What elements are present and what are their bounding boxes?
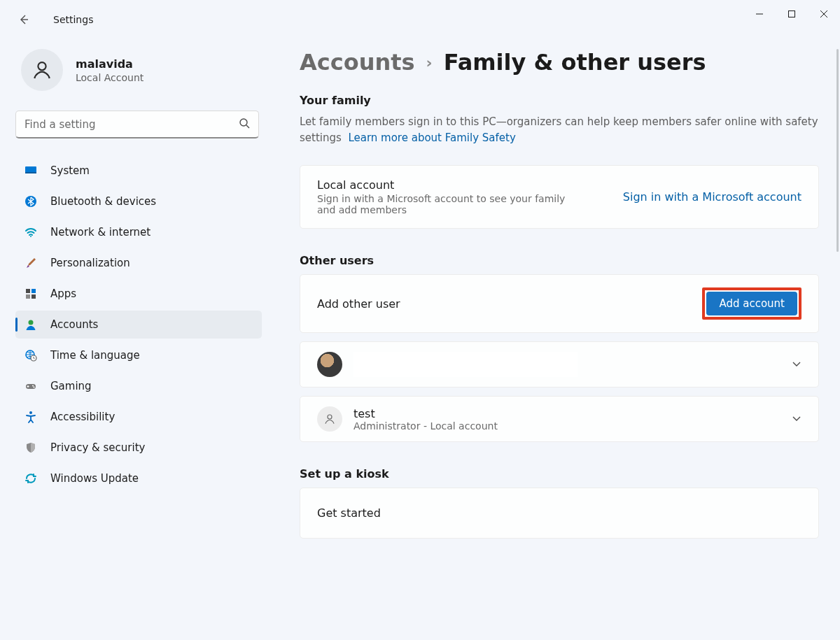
user-subtitle: Administrator - Local account — [354, 420, 498, 432]
avatar-icon — [21, 49, 63, 91]
local-account-card: Local account Sign in with a Microsoft a… — [300, 165, 819, 229]
nav-personalization[interactable]: Personalization — [15, 249, 262, 277]
local-account-subtitle: Sign in with a Microsoft account to see … — [317, 193, 583, 215]
nav-label: Personalization — [50, 257, 130, 269]
app-title: Settings — [53, 14, 93, 25]
globe-clock-icon — [24, 348, 38, 362]
nav-label: Apps — [50, 287, 76, 300]
shield-icon — [24, 441, 38, 455]
svg-point-23 — [328, 415, 332, 419]
user-name-redacted — [354, 352, 578, 377]
svg-point-5 — [38, 62, 46, 70]
accessibility-icon — [24, 410, 38, 424]
window-controls — [743, 0, 840, 28]
svg-point-20 — [32, 385, 34, 387]
search-container — [15, 111, 262, 138]
kiosk-heading: Set up a kiosk — [300, 467, 819, 481]
profile-name: malavida — [76, 57, 144, 71]
nav-label: Gaming — [50, 380, 92, 392]
user-name: test — [354, 407, 498, 420]
other-user-row[interactable]: test Administrator - Local account — [300, 396, 819, 442]
svg-point-6 — [240, 119, 247, 126]
nav-update[interactable]: Windows Update — [15, 464, 262, 492]
sidebar: malavida Local Account System Bluetooth … — [15, 49, 262, 492]
main-content: Accounts › Family & other users Your fam… — [300, 49, 819, 640]
nav-privacy[interactable]: Privacy & security — [15, 434, 262, 462]
add-other-user-label: Add other user — [317, 297, 400, 311]
nav-label: System — [50, 164, 90, 177]
svg-point-11 — [30, 236, 31, 237]
brush-icon — [24, 256, 38, 270]
search-box[interactable] — [15, 111, 259, 138]
chevron-down-icon — [792, 358, 802, 371]
user-avatar-icon — [317, 406, 342, 432]
minimize-button[interactable] — [743, 0, 776, 28]
profile-block[interactable]: malavida Local Account — [15, 49, 262, 91]
nav-label: Time & language — [50, 349, 140, 362]
nav-system[interactable]: System — [15, 157, 262, 185]
nav-label: Network & internet — [50, 226, 150, 239]
gamepad-icon — [24, 379, 38, 393]
svg-point-21 — [34, 387, 35, 388]
nav-time[interactable]: Time & language — [15, 341, 262, 369]
nav-label: Accessibility — [50, 411, 115, 423]
kiosk-action: Get started — [317, 506, 381, 520]
chevron-right-icon: › — [426, 54, 433, 71]
wifi-icon — [24, 225, 38, 239]
apps-icon — [24, 287, 38, 301]
close-button[interactable] — [808, 0, 840, 28]
chevron-down-icon — [792, 413, 802, 426]
nav-label: Accounts — [50, 318, 98, 331]
breadcrumb-current: Family & other users — [444, 49, 706, 76]
scrollbar-thumb[interactable] — [836, 49, 839, 252]
svg-rect-15 — [31, 294, 36, 299]
update-icon — [24, 471, 38, 485]
svg-rect-9 — [25, 172, 36, 173]
svg-rect-13 — [31, 289, 36, 293]
nav-list: System Bluetooth & devices Network & int… — [15, 157, 262, 492]
add-account-highlight: Add account — [702, 287, 802, 320]
other-user-row[interactable] — [300, 341, 819, 387]
sign-in-ms-link[interactable]: Sign in with a Microsoft account — [623, 190, 802, 204]
svg-line-7 — [246, 125, 249, 128]
nav-network[interactable]: Network & internet — [15, 218, 262, 246]
search-input[interactable] — [24, 118, 239, 131]
top-bar: Settings — [0, 0, 93, 39]
family-learn-link[interactable]: Learn more about Family Safety — [348, 131, 515, 144]
person-icon — [24, 318, 38, 332]
svg-point-22 — [29, 411, 32, 414]
family-description: Let family members sign in to this PC—or… — [300, 114, 819, 145]
svg-point-16 — [29, 320, 34, 325]
nav-bluetooth[interactable]: Bluetooth & devices — [15, 187, 262, 215]
kiosk-card[interactable]: Get started — [300, 488, 819, 539]
nav-gaming[interactable]: Gaming — [15, 372, 262, 400]
nav-accessibility[interactable]: Accessibility — [15, 403, 262, 431]
breadcrumb-parent[interactable]: Accounts — [300, 49, 415, 76]
svg-rect-14 — [26, 294, 30, 299]
nav-label: Privacy & security — [50, 441, 145, 454]
nav-apps[interactable]: Apps — [15, 280, 262, 308]
svg-rect-1 — [789, 11, 795, 17]
nav-label: Bluetooth & devices — [50, 195, 156, 208]
add-other-user-card: Add other user Add account — [300, 274, 819, 333]
other-users-heading: Other users — [300, 254, 819, 267]
back-button[interactable] — [11, 7, 36, 32]
svg-rect-12 — [26, 289, 30, 293]
nav-label: Windows Update — [50, 472, 139, 485]
monitor-icon — [24, 164, 38, 178]
nav-accounts[interactable]: Accounts — [15, 311, 262, 339]
search-icon — [239, 118, 250, 131]
family-heading: Your family — [300, 94, 819, 107]
maximize-button[interactable] — [776, 0, 808, 28]
local-account-title: Local account — [317, 178, 583, 192]
profile-subtitle: Local Account — [76, 72, 144, 83]
bluetooth-icon — [24, 194, 38, 208]
user-avatar-icon — [317, 352, 342, 377]
breadcrumb: Accounts › Family & other users — [300, 49, 819, 76]
add-account-button[interactable]: Add account — [706, 292, 797, 315]
